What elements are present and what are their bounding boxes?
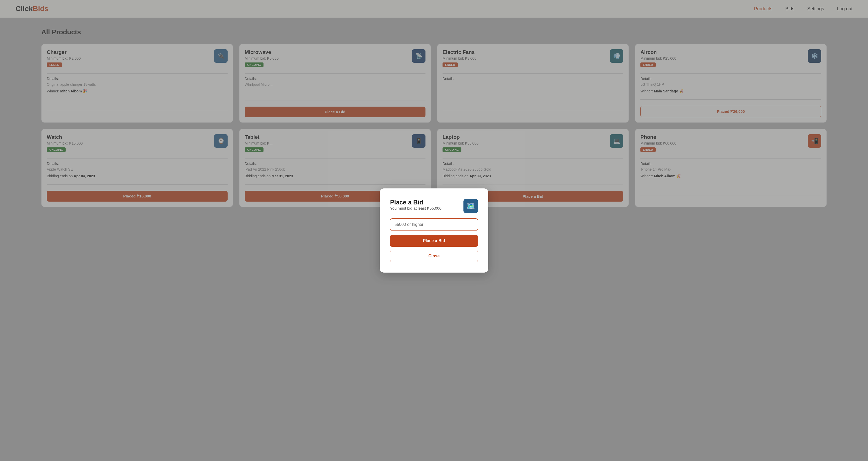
modal-title: Place a Bid: [390, 199, 441, 206]
modal-subtitle: You must bid at least ₱55,000: [390, 206, 441, 210]
bid-amount-input[interactable]: [390, 218, 478, 231]
modal-close-button[interactable]: Close: [390, 250, 478, 262]
modal-product-icon: 🗺️: [463, 199, 478, 213]
modal-header: Place a Bid You must bid at least ₱55,00…: [390, 199, 478, 217]
bid-modal: Place a Bid You must bid at least ₱55,00…: [380, 189, 488, 272]
modal-place-bid-button[interactable]: Place a Bid: [390, 235, 478, 247]
modal-overlay[interactable]: Place a Bid You must bid at least ₱55,00…: [0, 0, 868, 461]
